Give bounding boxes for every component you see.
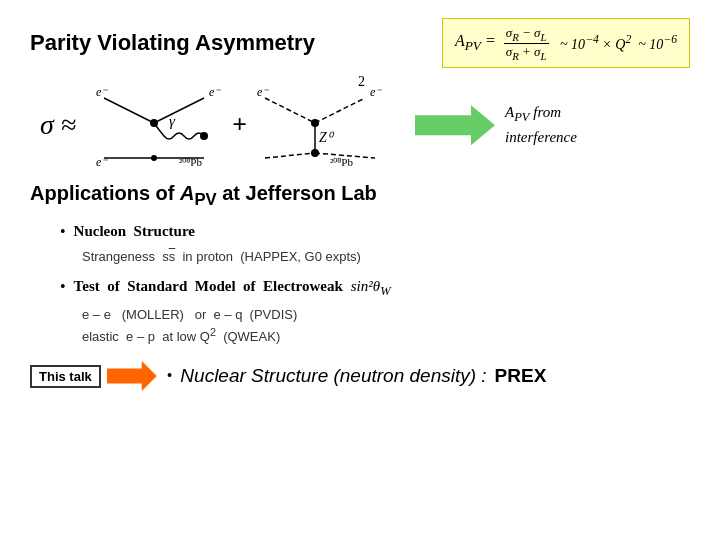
bottom-bullet-dot: • bbox=[167, 367, 173, 385]
feynman-svg-1: e⁻ e⁻ e⁻ γ ²⁰⁸Pb bbox=[94, 78, 224, 168]
formula-numer: σR − σL bbox=[504, 25, 549, 44]
svg-text:e⁻: e⁻ bbox=[370, 85, 383, 99]
formula-apv: APV = bbox=[455, 32, 496, 54]
plus-sign: + bbox=[224, 110, 255, 140]
svg-point-6 bbox=[151, 155, 157, 161]
svg-line-12 bbox=[265, 98, 315, 123]
formula-denom: σR + σL bbox=[504, 44, 549, 62]
electroweak-label: Test of Standard Model of Electroweak bbox=[74, 278, 343, 294]
strangeness-sub: Strangeness ss in proton (HAPPEX, G0 exp… bbox=[82, 247, 690, 267]
arrow-container: APV frominterference bbox=[415, 102, 577, 148]
formula-box: APV = σR − σL σR + σL ~ 10−4 × Q2 ~ 10−6 bbox=[442, 18, 690, 68]
bullet-dot-2: • bbox=[60, 278, 66, 296]
bullet-content-1: Nucleon Structure bbox=[74, 222, 195, 240]
svg-text:e⁻: e⁻ bbox=[257, 85, 270, 99]
page-title: Parity Violating Asymmetry bbox=[30, 30, 315, 56]
bullet-dot-1: • bbox=[60, 223, 66, 241]
svg-text:Z⁰: Z⁰ bbox=[319, 130, 335, 145]
svg-line-1 bbox=[154, 98, 204, 123]
prex-description: Nuclear Structure (neutron density) : PR… bbox=[180, 365, 546, 387]
formula-fraction: σR − σL σR + σL bbox=[504, 25, 549, 61]
electroweak-sub2: elastic e – p at low Q2 (QWEAK) bbox=[82, 324, 690, 347]
header-row: Parity Violating Asymmetry APV = σR − σL… bbox=[30, 18, 690, 68]
apv-label: APV frominterference bbox=[505, 102, 577, 148]
bullet-content-2: Test of Standard Model of Electroweak si… bbox=[74, 277, 391, 299]
nucleon-structure-label: Nucleon Structure bbox=[74, 223, 195, 239]
svg-text:e⁻: e⁻ bbox=[96, 155, 109, 168]
svg-point-3 bbox=[200, 132, 208, 140]
bullet-row-2: • Test of Standard Model of Electroweak … bbox=[60, 277, 690, 299]
this-talk-label: This talk bbox=[30, 365, 101, 388]
applications-title: Applications of APV at Jefferson Lab bbox=[30, 182, 690, 210]
svg-text:γ: γ bbox=[169, 113, 176, 129]
svg-point-2 bbox=[150, 119, 158, 127]
feynman-svg-2: e⁻ e⁻ Z⁰ ²⁰⁸Pb bbox=[255, 78, 385, 168]
svg-line-0 bbox=[104, 98, 154, 123]
diagram-area: σ ≈ e⁻ bbox=[40, 78, 690, 172]
feynman-diagram-1: e⁻ e⁻ e⁻ γ ²⁰⁸Pb bbox=[94, 78, 224, 172]
sigma-approx-label: σ ≈ bbox=[40, 109, 76, 141]
bullet-section-1: • Nucleon Structure Strangeness ss in pr… bbox=[60, 222, 690, 267]
bottom-row: This talk • Nuclear Structure (neutron d… bbox=[30, 361, 690, 391]
svg-line-13 bbox=[315, 98, 365, 123]
nuclear-italic-label: Nuclear Structure (neutron density) : bbox=[180, 365, 486, 386]
electroweak-sub1: e – e (MOLLER) or e – q (PVDIS) bbox=[82, 305, 690, 325]
svg-point-15 bbox=[311, 119, 319, 127]
formula-approx: ~ 10−4 × Q2 ~ 10−6 bbox=[557, 33, 677, 53]
apv-arrow bbox=[415, 105, 495, 145]
sin2-formula: sin²θW bbox=[351, 278, 391, 294]
prex-label: PREX bbox=[495, 365, 547, 386]
svg-text:²⁰⁸Pb: ²⁰⁸Pb bbox=[330, 156, 353, 168]
svg-text:e⁻: e⁻ bbox=[209, 85, 222, 99]
bullet-section-2: • Test of Standard Model of Electroweak … bbox=[60, 277, 690, 347]
this-talk-arrow bbox=[107, 361, 157, 391]
bullet-row-1: • Nucleon Structure bbox=[60, 222, 690, 241]
svg-line-17 bbox=[265, 153, 315, 158]
svg-text:²⁰⁸Pb: ²⁰⁸Pb bbox=[179, 156, 202, 168]
number-2-label: 2 bbox=[358, 74, 365, 90]
feynman-diagram-2: 2 e⁻ e⁻ Z⁰ ²⁰⁸ bbox=[255, 78, 385, 172]
svg-text:e⁻: e⁻ bbox=[96, 85, 109, 99]
